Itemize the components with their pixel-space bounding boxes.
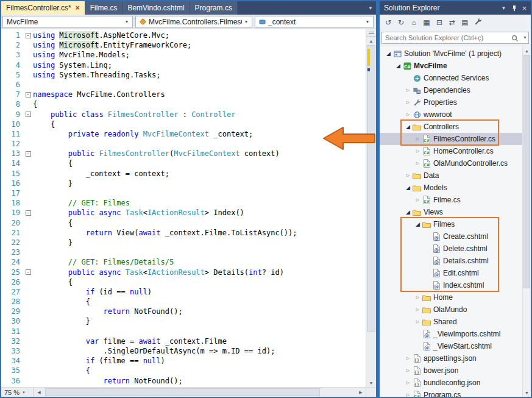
code-line[interactable]: 35 { xyxy=(1,366,366,375)
tree-item-bundleconfig-json[interactable]: ▷{}bundleconfig.json xyxy=(380,377,531,389)
tab-program-cs[interactable]: Program.cs xyxy=(190,1,238,15)
chevron-expanded-icon[interactable]: ◢ xyxy=(404,185,412,191)
code-line[interactable]: 32 var filme = await _context.Filme xyxy=(1,336,366,346)
chevron-collapsed-icon[interactable]: ▷ xyxy=(414,149,422,154)
code-line[interactable]: 7-namespace MvcFilme.Controllers xyxy=(1,90,366,99)
member-dropdown[interactable]: _context ▼ xyxy=(255,16,374,28)
vertical-scroll-track[interactable] xyxy=(366,45,376,378)
editor-split-handle[interactable] xyxy=(366,29,376,37)
chevron-collapsed-icon[interactable]: ▷ xyxy=(414,137,422,141)
code-line[interactable]: 31 xyxy=(1,327,366,336)
window-position-menu[interactable]: ▼ xyxy=(498,5,509,11)
pin-panel-button[interactable] xyxy=(509,5,519,12)
tab-filme-cs[interactable]: Filme.cs xyxy=(85,1,123,15)
code-line[interactable]: 5using System.Threading.Tasks; xyxy=(1,70,366,80)
collapse-region-icon[interactable]: - xyxy=(26,151,31,157)
chevron-collapsed-icon[interactable]: ▷ xyxy=(404,100,412,105)
tree-item-olamundo[interactable]: ▷OlaMundo xyxy=(380,304,531,316)
chevron-expanded-icon[interactable]: ◢ xyxy=(404,124,412,130)
tree-item-data[interactable]: ▷Data xyxy=(380,169,531,182)
type-dropdown[interactable]: MvcFilme.Controllers.FilmesC ▼ xyxy=(135,16,252,28)
tree-item-filmes[interactable]: ◢Filmes xyxy=(380,218,531,230)
tree-item-views[interactable]: ◢Views xyxy=(380,206,531,218)
scroll-down-button[interactable]: ▼ xyxy=(523,388,531,397)
back-button[interactable]: ↺ xyxy=(382,16,394,29)
forward-button[interactable]: ↻ xyxy=(395,16,407,29)
tree-item-edit-cshtml[interactable]: @Edit.cshtml xyxy=(380,267,531,279)
scroll-up-button[interactable]: ▲ xyxy=(366,37,376,45)
tree-item-home[interactable]: ▷Home xyxy=(380,291,531,304)
chevron-expanded-icon[interactable]: ◢ xyxy=(385,51,392,57)
chevron-collapsed-icon[interactable]: ▷ xyxy=(404,88,412,93)
code-line[interactable]: 33 .SingleOrDefaultAsync(m => m.ID == id… xyxy=(1,346,366,356)
collapse-all-button[interactable]: ⊟ xyxy=(433,16,445,29)
code-line[interactable]: 23 xyxy=(1,247,366,257)
tree-item-controllers[interactable]: ◢Controllers xyxy=(380,121,531,133)
code-line[interactable]: 6 xyxy=(1,80,366,90)
tree-item-details-cshtml[interactable]: @Details.cshtml xyxy=(380,255,531,267)
vertical-scroll-thumb[interactable] xyxy=(367,45,375,332)
tab-filmescontroller-cs[interactable]: FilmesController.cs*× xyxy=(1,1,85,15)
tree-item-homecontroller-cs[interactable]: ▷C#HomeController.cs xyxy=(380,145,531,157)
tree-item-olamundocontroller-cs[interactable]: ▷C#OlaMundoController.cs xyxy=(380,157,531,169)
code-line[interactable]: 3using MvcFilme.Models; xyxy=(1,50,366,60)
tab-list-dropdown[interactable]: ▼ xyxy=(365,1,376,15)
chevron-collapsed-icon[interactable]: ▷ xyxy=(404,380,412,385)
tree-scroll-thumb[interactable] xyxy=(523,55,530,288)
code-line[interactable]: 9- public class FilmesController : Contr… xyxy=(1,110,366,119)
tree-item-viewimports-cshtml[interactable]: @_ViewImports.cshtml xyxy=(380,328,531,340)
zoom-level-dropdown[interactable]: 75 % ▼ xyxy=(1,388,34,397)
tree-item-solution-mvcfilme-1-project[interactable]: ◢Solution 'MvcFilme' (1 project) xyxy=(380,48,531,60)
chevron-collapsed-icon[interactable]: ▷ xyxy=(414,295,422,300)
code-line[interactable]: 22 } xyxy=(1,238,366,247)
code-line[interactable]: 34 if (filme == null) xyxy=(1,356,366,366)
tree-item-filme-cs[interactable]: ▷C#Filme.cs xyxy=(380,194,531,206)
collapse-region-icon[interactable]: - xyxy=(26,33,31,38)
code-line[interactable]: 19- public async Task<IActionResult> Ind… xyxy=(1,208,366,218)
chevron-collapsed-icon[interactable]: ▷ xyxy=(404,368,412,373)
code-line[interactable]: 36 return NotFound(); xyxy=(1,376,366,386)
tree-item-index-cshtml[interactable]: @Index.cshtml xyxy=(380,279,531,291)
code-line[interactable]: 24 // GET: Filmes/Details/5 xyxy=(1,257,366,267)
code-line[interactable]: 26 { xyxy=(1,277,366,287)
chevron-down-icon[interactable]: ▼ xyxy=(523,35,527,40)
tree-item-properties[interactable]: ▷Properties xyxy=(380,96,531,108)
collapse-region-icon[interactable]: - xyxy=(26,112,31,117)
code-line[interactable]: 11 private readonly MvcFilmeContext _con… xyxy=(1,129,366,139)
editor-vertical-scrollbar[interactable]: ▲ ▼ xyxy=(366,29,376,387)
chevron-collapsed-icon[interactable]: ▷ xyxy=(404,393,412,397)
scroll-up-button[interactable]: ▲ xyxy=(523,46,531,55)
code-line[interactable]: 2using Microsoft.EntityFrameworkCore; xyxy=(1,40,366,50)
chevron-collapsed-icon[interactable]: ▷ xyxy=(404,112,412,117)
code-line[interactable]: 4using System.Linq; xyxy=(1,60,366,70)
tree-item-bower-json[interactable]: ▷{}bower.json xyxy=(380,364,531,377)
code-line[interactable]: 10 { xyxy=(1,119,366,129)
tree-scroll-track[interactable] xyxy=(523,55,531,388)
code-line[interactable]: 25- public async Task<IActionResult> Det… xyxy=(1,268,366,277)
tree-item-mvcfilme[interactable]: ◢C#MvcFilme xyxy=(380,60,531,72)
tree-item-wwwroot[interactable]: ▷wwwroot xyxy=(380,108,531,121)
tree-item-filmescontroller-cs[interactable]: ▷C#FilmesController.cs xyxy=(380,133,531,145)
horizontal-scroll-thumb[interactable] xyxy=(45,388,320,396)
scroll-left-button[interactable]: ◀ xyxy=(34,388,44,397)
tree-item-shared[interactable]: ▷Shared xyxy=(380,316,531,328)
chevron-collapsed-icon[interactable]: ▷ xyxy=(404,173,412,178)
tree-item-appsettings-json[interactable]: ▷{}appsettings.json xyxy=(380,352,531,364)
code-line[interactable]: 15 _context = context; xyxy=(1,169,366,179)
tree-item-delete-cshtml[interactable]: @Delete.cshtml xyxy=(380,243,531,255)
switch-views-button[interactable]: ▦ xyxy=(420,16,433,29)
home-button[interactable]: ⌂ xyxy=(408,16,420,29)
code-line[interactable]: 1-using Microsoft.AspNetCore.Mvc; xyxy=(1,30,366,40)
tree-item-connected-services[interactable]: Connected Services xyxy=(380,72,531,84)
scroll-right-button[interactable]: ▶ xyxy=(356,388,366,397)
project-dropdown[interactable]: MvcFilme ▼ xyxy=(2,16,133,28)
code-line[interactable]: 20 { xyxy=(1,218,366,228)
tab-bemvindo-cshtml[interactable]: BemVindo.cshtml xyxy=(122,1,190,15)
close-tab-icon[interactable]: × xyxy=(76,4,80,12)
chevron-collapsed-icon[interactable]: ▷ xyxy=(404,356,412,361)
code-line[interactable]: 14 { xyxy=(1,158,366,168)
collapse-region-icon[interactable]: - xyxy=(26,210,31,216)
chevron-expanded-icon[interactable]: ◢ xyxy=(394,63,402,69)
code-line[interactable]: 12 xyxy=(1,139,366,149)
code-editor[interactable]: 1-using Microsoft.AspNetCore.Mvc;2using … xyxy=(1,29,376,387)
